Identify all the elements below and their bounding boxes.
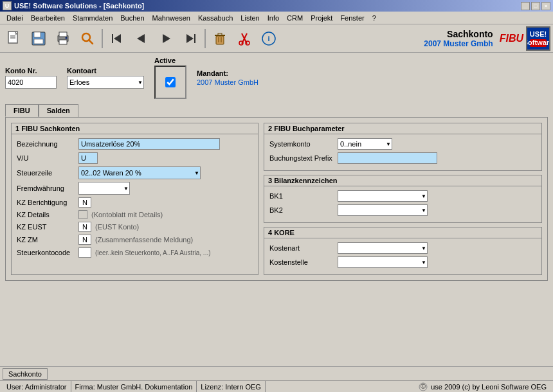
kostenart-label: Kostenart (269, 244, 334, 252)
next-button[interactable] (154, 27, 177, 50)
konto-nr-input[interactable] (5, 76, 57, 89)
steuerkonto-note: (leer..kein Steuerkonto, A..FA Austria, … (95, 249, 211, 256)
right-column: 2 FIBU Buchparameter Systemkonto 0..nein… (264, 123, 542, 275)
kostenstelle-row: Kostenstelle ▼ (269, 256, 536, 268)
section2-title: 2 FIBU Buchparameter (264, 123, 541, 134)
app-title: Sachkonto (424, 29, 493, 39)
use-logo: USE! Software (526, 26, 550, 51)
systemkonto-select[interactable]: 0..nein 1..ja (338, 138, 392, 150)
kontoart-select[interactable]: Erloes Aufwand Aktiva Passiva (67, 76, 144, 89)
toolbar-title: Sachkonto 2007 Muster Gmbh (424, 29, 493, 48)
svg-marker-15 (163, 34, 170, 43)
bk1-row: BK1 ▼ (269, 190, 536, 202)
bezeichnung-input[interactable] (78, 138, 220, 150)
steuerzeile-select[interactable]: 02..02 Waren 20 % 01..01 03..03 (78, 166, 201, 179)
kz-details-input[interactable] (78, 210, 87, 219)
kz-zm-note: (Zusammenfassende Meldung) (95, 236, 193, 244)
section3-body: BK1 ▼ BK2 ▼ (264, 186, 541, 222)
active-checkbox[interactable] (165, 77, 176, 87)
taskbar: Sachkonto (0, 366, 553, 380)
menu-listen[interactable]: Listen (237, 13, 263, 23)
menu-mahnwesen[interactable]: Mahnwesen (149, 13, 194, 23)
systemkonto-row: Systemkonto 0..nein 1..ja ▼ (269, 138, 536, 150)
menu-bearbeiten[interactable]: Bearbeiten (27, 13, 69, 23)
section4-body: Kostenart ▼ Kostenstelle ▼ (264, 238, 541, 274)
menu-crm[interactable]: CRM (283, 13, 307, 23)
kz-eust-input[interactable] (78, 222, 91, 232)
menu-fenster[interactable]: Fenster (336, 13, 368, 23)
title-bar-text: USE! Software Solutions - [Sachkonto] (14, 2, 144, 10)
taskbar-sachkonto[interactable]: Sachkonto (3, 368, 48, 380)
fremdwaehrung-row: Fremdwährung ▼ (17, 182, 253, 195)
kz-zm-row: KZ ZM (Zusammenfassende Meldung) (17, 235, 253, 245)
bezeichnung-label: Bezeichnung (17, 140, 75, 148)
svg-rect-5 (34, 39, 43, 44)
svg-rect-8 (59, 40, 67, 44)
section1-title: 1 FIBU Sachkonten (12, 123, 258, 134)
menu-help[interactable]: ? (368, 13, 380, 23)
vu-row: V/U (17, 152, 253, 164)
kz-eust-note: (EUST Konto) (95, 223, 139, 231)
info-button[interactable]: i (257, 27, 280, 50)
app-subtitle: 2007 Muster Gmbh (424, 39, 493, 48)
title-bar: U USE! Software Solutions - [Sachkonto] … (0, 0, 553, 12)
buchungstext-row: Buchungstext Prefix (269, 152, 536, 164)
bk2-select[interactable] (338, 204, 428, 216)
active-checkbox-area[interactable] (154, 66, 186, 99)
svg-rect-20 (218, 33, 222, 35)
bk1-select[interactable] (338, 190, 428, 202)
tab-content: 1 FIBU Sachkonten Bezeichnung V/U Steuer… (5, 117, 548, 281)
tabs: FIBU Salden (0, 104, 553, 117)
steuerkonto-input[interactable] (78, 247, 91, 258)
kostenstelle-select[interactable] (338, 256, 428, 268)
minimize-button[interactable]: _ (521, 2, 530, 10)
tab-salden[interactable]: Salden (39, 104, 78, 117)
svg-rect-7 (59, 32, 67, 37)
mandant-group: Mandant: 2007 Muster GmbH (197, 69, 258, 86)
cut-button[interactable] (233, 27, 256, 50)
toolbar-separator-1 (102, 29, 103, 48)
close-button[interactable]: × (541, 2, 550, 10)
title-bar-controls: _ □ × (521, 2, 550, 10)
status-firma: Firma: Muster GmbH. Dokumentation (71, 381, 197, 392)
kostenstelle-label: Kostenstelle (269, 258, 334, 266)
search-button[interactable] (76, 27, 99, 50)
first-button[interactable] (105, 27, 129, 50)
new-button[interactable] (3, 27, 26, 50)
menu-projekt[interactable]: Projekt (307, 13, 336, 23)
toolbar: i Sachkonto 2007 Muster Gmbh FIBU USE! S… (0, 24, 553, 53)
print-button[interactable] (51, 27, 75, 50)
kz-berichtigung-input[interactable] (78, 197, 91, 208)
svg-text:©: © (421, 382, 426, 390)
mandant-value[interactable]: 2007 Muster GmbH (197, 78, 258, 86)
last-button[interactable] (179, 27, 202, 50)
vu-input[interactable] (78, 152, 98, 164)
svg-rect-4 (34, 32, 41, 37)
section-kore: 4 KORE Kostenart ▼ Kostenstelle (264, 227, 542, 275)
section-buchparameter: 2 FIBU Buchparameter Systemkonto 0..nein… (264, 123, 542, 171)
svg-text:i: i (267, 35, 269, 42)
maximize-button[interactable]: □ (531, 2, 540, 10)
save-button[interactable] (27, 27, 50, 50)
menu-buchen[interactable]: Buchen (116, 13, 148, 23)
kz-berichtigung-label: KZ Berichtigung (17, 199, 75, 206)
buchungstext-input[interactable] (338, 152, 437, 164)
toolbar-right: Sachkonto 2007 Muster Gmbh FIBU USE! Sof… (424, 26, 550, 51)
menu-kassabuch[interactable]: Kassabuch (194, 13, 237, 23)
kostenart-select[interactable] (338, 242, 428, 254)
delete-button[interactable] (208, 27, 231, 50)
fremdwaehrung-select[interactable] (78, 182, 130, 195)
section1-body: Bezeichnung V/U Steuerzeile 02..02 Waren… (12, 134, 258, 264)
menu-stammdaten[interactable]: Stammdaten (69, 13, 116, 23)
prev-button[interactable] (130, 27, 153, 50)
menu-info[interactable]: Info (264, 13, 283, 23)
tab-fibu[interactable]: FIBU (5, 104, 39, 117)
bk1-label: BK1 (269, 192, 334, 200)
vu-label: V/U (17, 154, 75, 162)
systemkonto-label: Systemkonto (269, 140, 334, 148)
form-header: Konto Nr. Kontoart Erloes Aufwand Aktiva… (0, 53, 553, 104)
kz-zm-input[interactable] (78, 235, 91, 245)
menu-datei[interactable]: Datei (3, 13, 27, 23)
kz-eust-row: KZ EUST (EUST Konto) (17, 222, 253, 232)
konto-nr-label: Konto Nr. (5, 67, 57, 75)
